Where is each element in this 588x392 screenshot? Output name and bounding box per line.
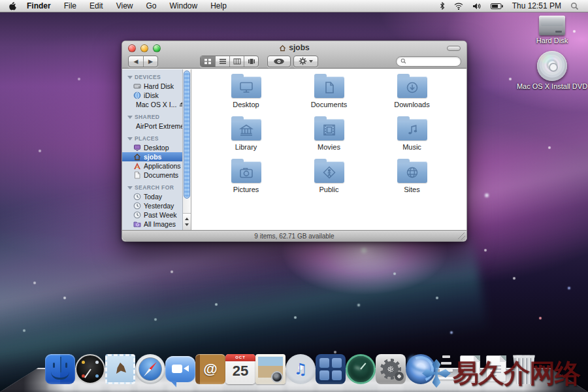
dock-ichat-icon[interactable] <box>165 356 195 382</box>
sidebar-section-search-for[interactable]: SEARCH FOR <box>122 180 182 192</box>
status-bar: 9 items, 62.71 GB available <box>122 230 466 241</box>
hard-disk-label: Hard Disk <box>516 37 588 44</box>
search-icon <box>400 57 406 65</box>
search-input[interactable] <box>408 57 457 65</box>
folder-public[interactable]: Public <box>287 157 370 199</box>
desktop-icon-install-dvd[interactable]: Mac OS X Install DVD <box>516 51 588 90</box>
dock-spaces-icon[interactable] <box>316 354 346 384</box>
list-view-button[interactable] <box>215 56 229 67</box>
apple-menu[interactable] <box>0 1 20 10</box>
folder-music[interactable]: Music <box>370 114 453 157</box>
scrollbar-thumb[interactable] <box>184 71 190 199</box>
sidebar-section-places[interactable]: PLACES <box>122 131 182 143</box>
bluetooth-icon[interactable] <box>440 2 445 10</box>
menu-window[interactable]: Window <box>163 0 204 12</box>
download-glyph-icon <box>404 81 420 94</box>
hard-drive-icon <box>133 82 141 90</box>
search-field[interactable] <box>396 56 461 67</box>
sidebar-item-sjobs[interactable]: sjobs <box>122 152 182 161</box>
dock-software-update-icon[interactable] <box>406 354 436 384</box>
quick-look-button[interactable] <box>267 56 291 67</box>
sidebar-item-hard-disk[interactable]: Hard Disk <box>122 82 182 91</box>
back-button[interactable]: ◀ <box>129 56 143 67</box>
sidebar: DEVICES Hard Disk iDisk Mac OS X I... SH… <box>122 69 183 230</box>
folder-pictures[interactable]: Pictures <box>204 157 287 199</box>
idisk-icon <box>133 91 141 99</box>
menu-edit[interactable]: Edit <box>83 0 110 12</box>
wifi-icon[interactable] <box>454 3 463 10</box>
sidebar-item-airport-extreme[interactable]: AirPort Extreme <box>122 122 182 131</box>
dock-dashboard-icon[interactable] <box>75 354 105 384</box>
spotlight-icon[interactable] <box>570 2 579 10</box>
sidebar-item-yesterday[interactable]: Yesterday <box>122 201 182 210</box>
dock-time-machine-icon[interactable] <box>346 354 376 384</box>
dock-documents-stack-icon[interactable] <box>457 354 483 384</box>
dock-system-preferences-icon[interactable] <box>376 354 406 384</box>
sidebar-item-idisk[interactable]: iDisk <box>122 91 182 100</box>
folder-sites[interactable]: Sites <box>370 157 453 199</box>
dock: @ OCT25 ♫ <box>0 341 588 392</box>
volume-icon[interactable] <box>472 3 482 10</box>
gear-icon <box>299 57 307 65</box>
dock-iphoto-icon[interactable] <box>255 354 286 384</box>
sidebar-section-devices[interactable]: DEVICES <box>122 69 182 82</box>
camera-glyph-icon <box>238 166 254 179</box>
music-note-glyph-icon <box>404 123 420 137</box>
icon-view-button[interactable] <box>201 56 215 67</box>
action-menu-button[interactable] <box>293 56 318 67</box>
menu-view[interactable]: View <box>110 0 140 12</box>
menu-help[interactable]: Help <box>204 0 233 12</box>
disclosure-triangle-icon <box>127 76 133 79</box>
folder-downloads[interactable]: Downloads <box>370 72 453 114</box>
menu-finder[interactable]: Finder <box>20 0 57 12</box>
folder-documents[interactable]: Documents <box>287 72 370 114</box>
film-glyph-icon <box>321 123 337 137</box>
menu-go[interactable]: Go <box>140 0 163 12</box>
menu-bar: Finder File Edit View Go Window Help Thu… <box>0 0 588 12</box>
sidebar-item-documents[interactable]: Documents <box>122 171 182 180</box>
eye-icon <box>273 58 285 65</box>
dock-address-book-icon[interactable]: @ <box>195 354 225 384</box>
menu-file[interactable]: File <box>57 0 83 12</box>
dock-safari-icon[interactable] <box>135 354 165 384</box>
sidebar-item-applications[interactable]: Applications <box>122 161 182 171</box>
dock-finder-icon[interactable] <box>45 354 75 384</box>
sidebar-item-install-dvd[interactable]: Mac OS X I... <box>122 100 182 109</box>
folder-desktop[interactable]: Desktop <box>204 72 287 114</box>
toolbar: ◀ ▶ <box>122 54 466 69</box>
file-view: Desktop Documents Downloads Library Movi… <box>191 69 466 230</box>
dock-mail-icon[interactable] <box>105 354 135 384</box>
sidebar-section-shared[interactable]: SHARED <box>122 109 182 122</box>
hard-disk-icon <box>539 16 565 35</box>
dock-itunes-icon[interactable]: ♫ <box>286 354 316 384</box>
column-view-button[interactable] <box>229 56 244 67</box>
forward-button[interactable]: ▶ <box>143 56 157 67</box>
smart-folder-icon <box>133 220 141 228</box>
resize-grip[interactable] <box>458 233 465 240</box>
battery-icon[interactable] <box>491 3 503 9</box>
sidebar-scrollbar[interactable] <box>183 69 191 230</box>
page-glyph-icon <box>321 81 337 94</box>
toolbar-toggle-button[interactable] <box>447 46 461 51</box>
disclosure-triangle-icon <box>127 137 133 140</box>
sidebar-item-desktop[interactable]: Desktop <box>122 143 182 152</box>
folder-movies[interactable]: Movies <box>287 114 370 157</box>
library-glyph-icon <box>238 123 254 137</box>
desktop-icon-hard-disk[interactable]: Hard Disk <box>516 16 588 44</box>
dock-trash-icon[interactable] <box>509 354 539 384</box>
scroll-down-arrow[interactable] <box>185 223 189 226</box>
monitor-glyph-icon <box>238 81 254 94</box>
clock-icon <box>133 193 141 201</box>
sidebar-item-all-images[interactable]: All Images <box>122 220 182 229</box>
globe-glyph-icon <box>404 166 420 179</box>
menu-clock[interactable]: Thu 12:51 PM <box>512 1 561 10</box>
dropdown-arrow-icon <box>309 60 313 63</box>
coverflow-view-button[interactable] <box>244 56 258 67</box>
dock-ical-icon[interactable]: OCT25 <box>225 354 255 384</box>
folder-library[interactable]: Library <box>204 114 287 157</box>
dock-downloads-stack-icon[interactable] <box>483 354 509 384</box>
sidebar-item-past-week[interactable]: Past Week <box>122 210 182 220</box>
clock-icon <box>133 202 141 210</box>
sidebar-item-today[interactable]: Today <box>122 192 182 201</box>
scroll-up-arrow[interactable] <box>185 218 189 220</box>
